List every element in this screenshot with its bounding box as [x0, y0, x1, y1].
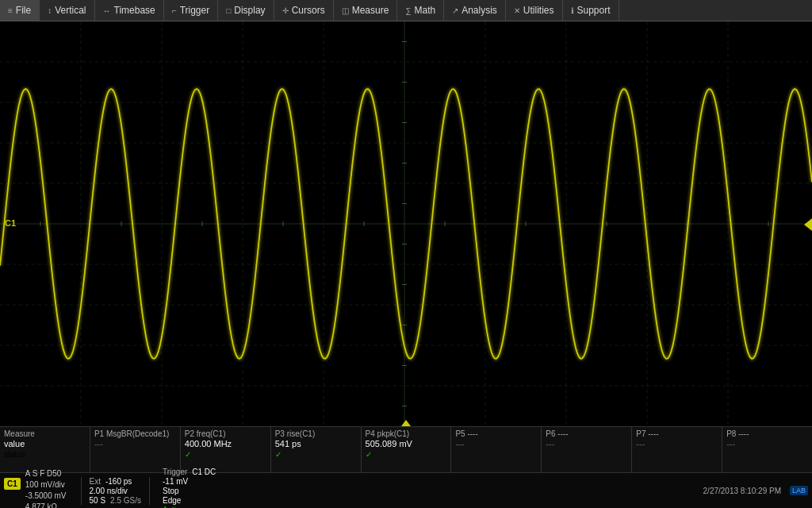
menu-file[interactable]: ≡ File	[0, 0, 40, 21]
tbase-ext-value: -160 ps	[105, 477, 132, 486]
measure-value-1: ---	[94, 439, 176, 448]
menu-cursors[interactable]: ✛ Cursors	[274, 0, 334, 21]
measure-header-4: P4 pkpk(C1)	[366, 429, 447, 438]
divider-1	[81, 477, 82, 505]
measure-status-2: ✓	[185, 450, 266, 459]
trigger-type: Edge	[163, 496, 181, 505]
trigger-ch: C1 DC	[192, 468, 216, 476]
measure-value-7: ---	[636, 439, 718, 448]
ch1-line3: -3.5000 mV	[25, 491, 67, 502]
measure-header-7: P7 ----	[636, 429, 718, 438]
measure-col-2: P2 freq(C1) 400.00 MHz ✓	[181, 427, 271, 472]
trigger-level-arrow	[804, 218, 812, 231]
trigger-row-mode: Stop	[163, 487, 216, 495]
measure-status-3: ✓	[275, 450, 357, 459]
trigger-row-label: Trigger C1 DC	[163, 468, 216, 476]
measure-header-1: P1 MsgBR(Decode1)	[94, 429, 176, 438]
measure-header-0: Measure	[4, 429, 86, 438]
math-icon: ∑	[405, 6, 411, 15]
tbase-rate: 2.00 ns/div	[90, 487, 128, 495]
measure-header-2: P2 freq(C1)	[185, 429, 266, 438]
measure-col-4: P4 pkpk(C1) 505.089 mV ✓	[362, 427, 452, 472]
measure-header-5: P5 ----	[455, 429, 537, 438]
utilities-icon: ✕	[514, 6, 520, 15]
trigger-icon: ⌐	[172, 6, 177, 15]
menu-trigger[interactable]: ⌐ Trigger	[164, 0, 218, 21]
measure-value-0: value	[4, 439, 86, 448]
measure-value-3: 541 ps	[275, 439, 357, 448]
menu-utilities[interactable]: ✕ Utilities	[506, 0, 563, 21]
menu-timebase[interactable]: ↔ Timebase	[95, 0, 164, 21]
measure-status-0: status	[4, 450, 86, 459]
tbase-sa-rate: 2.5 GS/s	[110, 496, 141, 505]
channel1-label: C1	[5, 218, 16, 228]
menu-measure[interactable]: ◫ Measure	[334, 0, 398, 21]
vertical-icon: ↕	[48, 6, 52, 15]
tbase-row-2: 2.00 ns/div	[90, 487, 141, 495]
trigger-value: -11 mV	[163, 477, 188, 486]
file-icon: ≡	[8, 6, 13, 15]
measure-header-6: P6 ----	[546, 429, 627, 438]
measure-value-5: ---	[455, 439, 537, 448]
measure-header-8: P8 ----	[726, 429, 808, 438]
measure-col-0: Measure value status	[0, 427, 90, 472]
measure-value-8: ---	[726, 439, 808, 448]
trigger-mode: Stop	[163, 487, 179, 495]
support-icon: ℹ	[571, 6, 574, 15]
measurements-bar: Measure value status P1 MsgBR(Decode1) -…	[0, 426, 812, 472]
status-bar: C1 A S F D50 100 mV/div -3.5000 mV 4.877…	[0, 472, 812, 508]
ch1-badge: C1	[4, 478, 21, 490]
datetime-display: 2/27/2013 8:10:29 PM	[703, 487, 781, 495]
measure-col-6: P6 ---- ---	[542, 427, 632, 472]
divider-2	[149, 477, 150, 505]
measure-status-4: ✓	[366, 450, 447, 459]
timebase-section: Ext -160 ps 2.00 ns/div 50 S 2.5 GS/s	[90, 477, 141, 505]
cursors-icon: ✛	[282, 6, 289, 15]
ch1-info: A S F D50 100 mV/div -3.5000 mV 4.877 kΩ	[25, 468, 67, 508]
display-icon: □	[226, 6, 231, 15]
trigger-position-arrow	[401, 420, 411, 426]
measure-value-6: ---	[546, 439, 627, 448]
menu-math[interactable]: ∑ Math	[397, 0, 444, 21]
measure-value-2: 400.00 MHz	[185, 439, 266, 448]
tbase-row-3: 50 S 2.5 GS/s	[90, 496, 141, 505]
tbase-row-1: Ext -160 ps	[90, 477, 141, 486]
trigger-row-active: Active	[163, 506, 216, 509]
waveform	[0, 21, 812, 426]
menu-display[interactable]: □ Display	[218, 0, 274, 21]
menu-vertical[interactable]: ↕ Vertical	[40, 0, 94, 21]
measure-col-1: P1 MsgBR(Decode1) ---	[90, 427, 181, 472]
trigger-section: Trigger C1 DC -11 mV Stop Edge Active	[163, 468, 216, 509]
trigger-row-value: -11 mV	[163, 477, 216, 486]
menu-support[interactable]: ℹ Support	[563, 0, 619, 21]
lab-badge: LAB	[790, 486, 808, 495]
analysis-icon: ↗	[452, 6, 458, 15]
ch1-line2: 100 mV/div	[25, 479, 67, 491]
tbase-sa: 50 S	[90, 496, 106, 505]
measure-header-3: P3 rise(C1)	[275, 429, 357, 438]
measure-col-3: P3 rise(C1) 541 ps ✓	[271, 427, 362, 472]
timebase-icon: ↔	[103, 6, 111, 15]
scope-display: C1	[0, 21, 812, 426]
ch1-line1: A S F D50	[25, 468, 67, 479]
measure-col-8: P8 ---- ---	[722, 427, 812, 472]
trigger-label: Trigger	[163, 468, 187, 476]
measure-col-5: P5 ---- ---	[451, 427, 542, 472]
menu-analysis[interactable]: ↗ Analysis	[444, 0, 506, 21]
tbase-label: Ext	[90, 477, 101, 486]
measure-value-4: 505.089 mV	[366, 439, 447, 448]
menu-bar: ≡ File ↕ Vertical ↔ Timebase ⌐ Trigger □…	[0, 0, 812, 21]
measure-icon: ◫	[342, 6, 349, 15]
ch1-line4: 4.877 kΩ	[25, 502, 67, 508]
measure-col-7: P7 ---- ---	[632, 427, 722, 472]
trigger-row-type: Edge	[163, 496, 216, 505]
trigger-active: Active	[163, 506, 184, 509]
